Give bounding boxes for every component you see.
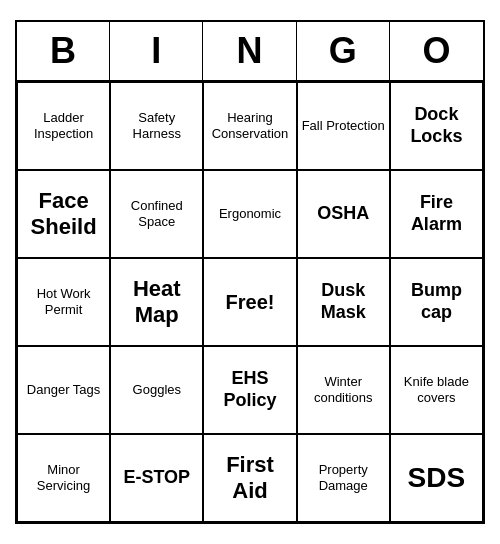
- bingo-grid: Ladder Inspection Safety Harness Hearing…: [17, 82, 483, 522]
- cell-11: Heat Map: [110, 258, 203, 346]
- cell-1: Safety Harness: [110, 82, 203, 170]
- cell-16: Goggles: [110, 346, 203, 434]
- cell-4: Dock Locks: [390, 82, 483, 170]
- cell-3: Fall Protection: [297, 82, 390, 170]
- cell-20: Minor Servicing: [17, 434, 110, 522]
- cell-2: Hearing Conservation: [203, 82, 296, 170]
- cell-8: OSHA: [297, 170, 390, 258]
- cell-24: SDS: [390, 434, 483, 522]
- header-b: B: [17, 22, 110, 80]
- cell-17: EHS Policy: [203, 346, 296, 434]
- cell-14: Bump cap: [390, 258, 483, 346]
- header-i: I: [110, 22, 203, 80]
- cell-21: E-STOP: [110, 434, 203, 522]
- header-n: N: [203, 22, 296, 80]
- cell-9: Fire Alarm: [390, 170, 483, 258]
- cell-5: Face Sheild: [17, 170, 110, 258]
- cell-22: First Aid: [203, 434, 296, 522]
- cell-18: Winter conditions: [297, 346, 390, 434]
- cell-19: Knife blade covers: [390, 346, 483, 434]
- cell-15: Danger Tags: [17, 346, 110, 434]
- cell-13: Dusk Mask: [297, 258, 390, 346]
- cell-7: Ergonomic: [203, 170, 296, 258]
- cell-0: Ladder Inspection: [17, 82, 110, 170]
- header-o: O: [390, 22, 483, 80]
- header-g: G: [297, 22, 390, 80]
- cell-6: Confined Space: [110, 170, 203, 258]
- cell-12: Free!: [203, 258, 296, 346]
- bingo-card: B I N G O Ladder Inspection Safety Harne…: [15, 20, 485, 524]
- cell-23: Property Damage: [297, 434, 390, 522]
- cell-10: Hot Work Permit: [17, 258, 110, 346]
- bingo-header: B I N G O: [17, 22, 483, 82]
